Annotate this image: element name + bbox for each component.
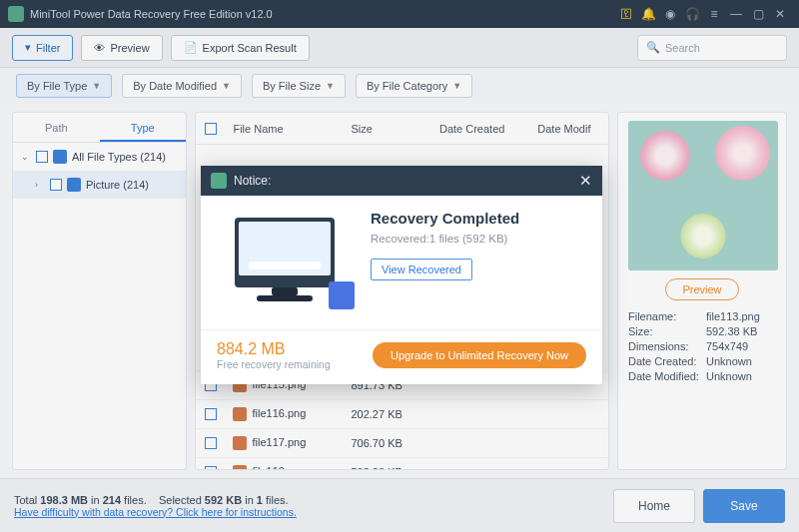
notice-modal: Notice: ✕ Recovery Completed Recovered:1…	[201, 166, 602, 384]
remaining-amount: 884.2 MB	[217, 340, 331, 358]
modal-title: Notice:	[234, 174, 271, 188]
modal-close-icon[interactable]: ✕	[579, 172, 592, 190]
view-recovered-button[interactable]: View Recovered	[371, 259, 472, 280]
modal-illustration	[217, 210, 357, 319]
modal-logo-icon	[211, 173, 227, 189]
recovery-sub: Recovered:1 files (592 KB)	[371, 233, 519, 245]
remaining-label: Free recovery remaining	[217, 358, 331, 370]
recovery-heading: Recovery Completed	[371, 210, 519, 227]
upgrade-button[interactable]: Upgrade to Unlimited Recovery Now	[373, 342, 586, 368]
